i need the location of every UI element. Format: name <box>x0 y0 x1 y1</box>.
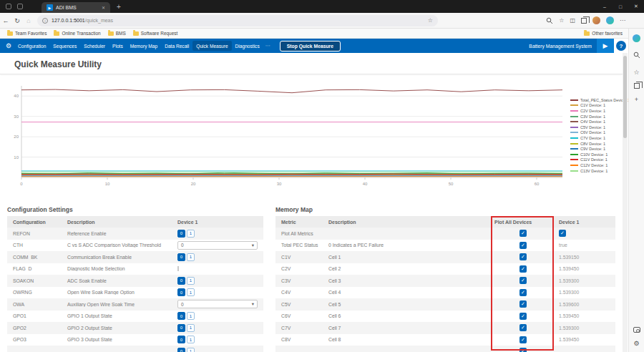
toggle-option-1[interactable]: 1 <box>187 277 195 285</box>
plot-all-devices-checkbox[interactable]: ✓ <box>519 313 527 320</box>
device1-toggle[interactable]: 01 <box>177 336 195 343</box>
device1-select[interactable]: 0▾ <box>177 300 258 308</box>
plot-all-devices-checkbox[interactable]: ✓ <box>519 336 527 343</box>
nav-item-scheduler[interactable]: Scheduler <box>80 41 109 51</box>
device1-checkbox[interactable]: ✓ <box>559 230 566 237</box>
plot-all-devices-checkbox[interactable]: ✓ <box>519 277 527 284</box>
page-scrollbar-thumb[interactable] <box>623 56 627 138</box>
plot-all-devices-checkbox[interactable]: ✓ <box>519 289 527 296</box>
device1-toggle[interactable]: 01 <box>177 230 195 238</box>
device1-select[interactable]: 0▾ <box>177 241 258 250</box>
favorites-icon[interactable]: ☆ <box>559 17 564 24</box>
close-button[interactable]: ✕ <box>628 0 644 13</box>
site-info-icon[interactable]: i <box>42 18 48 24</box>
toggle-option-1[interactable]: 1 <box>187 348 195 352</box>
toggle-option-1[interactable]: 1 <box>187 288 195 296</box>
nav-item-plots[interactable]: Plots <box>109 41 127 51</box>
plot-all-devices-cell: ✓ <box>492 348 555 352</box>
settings-icon[interactable]: ⚙ <box>633 339 641 348</box>
plot-all-devices-checkbox[interactable]: ✓ <box>519 300 527 308</box>
plot-all-devices-checkbox[interactable]: ✓ <box>519 230 527 237</box>
toggle-option-0[interactable]: 0 <box>177 336 185 343</box>
nav-overflow-icon[interactable]: ⋯ <box>263 43 273 49</box>
folder-icon <box>7 31 13 36</box>
copilot-icon[interactable] <box>606 16 614 24</box>
toggle-option-1[interactable]: 1 <box>187 312 195 320</box>
toggle-option-1[interactable]: 1 <box>187 230 195 238</box>
stop-quick-measure-button[interactable]: Stop Quick Measure <box>280 41 341 52</box>
toggle-option-1[interactable]: 1 <box>187 324 195 332</box>
legend-color-mark <box>570 104 578 106</box>
search-icon[interactable] <box>633 49 640 62</box>
toggle-option-1[interactable]: 1 <box>187 253 195 261</box>
address-bar[interactable]: i 127.0.0.1:5001 /quick_meas ☆ <box>37 15 438 26</box>
plot-all-devices-cell: ✓ <box>492 300 555 308</box>
bookmark-team-favorites[interactable]: Team Favorites <box>7 31 47 36</box>
select-value: 0 <box>181 243 184 248</box>
bookmark-software-request[interactable]: Software Request <box>133 31 178 36</box>
toggle-option-0[interactable]: 0 <box>177 253 185 261</box>
bookmark-bms[interactable]: BMS <box>108 31 126 36</box>
minimize-button[interactable]: – <box>597 0 613 13</box>
toggle-option-1[interactable]: 1 <box>187 336 195 343</box>
toggle-option-0[interactable]: 0 <box>177 324 185 332</box>
plot-all-devices-checkbox[interactable]: ✓ <box>519 324 527 331</box>
tab-close-icon[interactable]: ✕ <box>102 5 105 10</box>
profile-avatar[interactable] <box>592 16 600 24</box>
plot-all-devices-checkbox[interactable]: ✓ <box>519 265 527 273</box>
device1-toggle[interactable]: 01 <box>177 348 195 352</box>
legend-color-mark <box>570 121 578 122</box>
maximize-button[interactable]: □ <box>613 0 628 13</box>
plot-all-devices-checkbox[interactable]: ✓ <box>519 348 527 352</box>
other-favorites[interactable]: Other favorites <box>584 31 623 36</box>
home-icon[interactable]: ⌂ <box>23 17 34 24</box>
settings-gear-icon[interactable]: ⚙ <box>6 42 11 49</box>
nav-item-diagnostics[interactable]: Diagnostics <box>232 41 263 51</box>
device1-toggle[interactable]: 01 <box>177 288 195 296</box>
browser-tab[interactable]: ▶ ADI BMS ✕ <box>42 2 110 13</box>
device1-cell: 01 <box>177 288 263 296</box>
metric-name: C8V <box>275 337 326 342</box>
nav-item-configuration[interactable]: Configuration <box>14 41 49 51</box>
toggle-option-0[interactable]: 0 <box>177 277 185 285</box>
search-icon[interactable] <box>546 17 553 24</box>
toggle-option-0[interactable]: 0 <box>177 312 185 320</box>
plot-all-devices-checkbox[interactable]: ✓ <box>519 253 527 260</box>
device1-toggle[interactable]: 01 <box>177 312 195 320</box>
nav-item-data-recall[interactable]: Data Recall <box>161 41 192 51</box>
toggle-option-0[interactable]: 0 <box>177 348 185 352</box>
back-icon[interactable]: ← <box>0 17 11 24</box>
memory-row-c3v: C3VCell 3✓1.539300 <box>275 275 615 287</box>
nav-item-memory-map[interactable]: Memory Map <box>127 41 161 51</box>
device1-input[interactable] <box>177 266 179 271</box>
toggle-option-0[interactable]: 0 <box>177 230 185 238</box>
split-screen-icon[interactable]: ◫ <box>570 17 575 24</box>
new-tab-button[interactable]: + <box>117 3 121 11</box>
copilot-icon[interactable] <box>633 34 640 42</box>
device1-toggle[interactable]: 01 <box>177 253 195 261</box>
url-path: /quick_meas <box>85 18 113 23</box>
refresh-icon[interactable]: ↻ <box>11 17 23 24</box>
nav-item-sequences[interactable]: Sequences <box>49 41 80 51</box>
nav-item-quick-measure[interactable]: Quick Measure <box>192 41 231 51</box>
add-favorite-icon[interactable]: ☆ <box>428 17 433 24</box>
device1-cell: 1.539450 <box>555 337 615 342</box>
plot-all-devices-checkbox[interactable]: ✓ <box>519 242 527 249</box>
browser-menu-icon[interactable]: ⋯ <box>620 17 625 24</box>
favorites-icon[interactable]: ☆ <box>633 68 641 77</box>
config-row-item: 01 <box>7 346 263 352</box>
workspaces-icon[interactable] <box>6 4 11 9</box>
folder-icon <box>584 31 590 36</box>
screenshot-icon[interactable] <box>633 327 640 333</box>
help-button[interactable]: ? <box>616 41 626 51</box>
tab-actions-icon[interactable] <box>17 4 23 9</box>
collections-icon[interactable] <box>581 18 587 24</box>
device1-toggle[interactable]: 01 <box>177 324 195 332</box>
add-icon[interactable]: + <box>633 95 641 104</box>
toggle-option-0[interactable]: 0 <box>177 288 185 296</box>
device1-cell: 01 <box>177 230 263 238</box>
collections-icon[interactable] <box>634 83 640 89</box>
metric-description: Cell 6 <box>326 313 492 318</box>
device1-toggle[interactable]: 01 <box>177 277 195 285</box>
bookmark-online-transaction[interactable]: Online Transaction <box>54 31 100 36</box>
